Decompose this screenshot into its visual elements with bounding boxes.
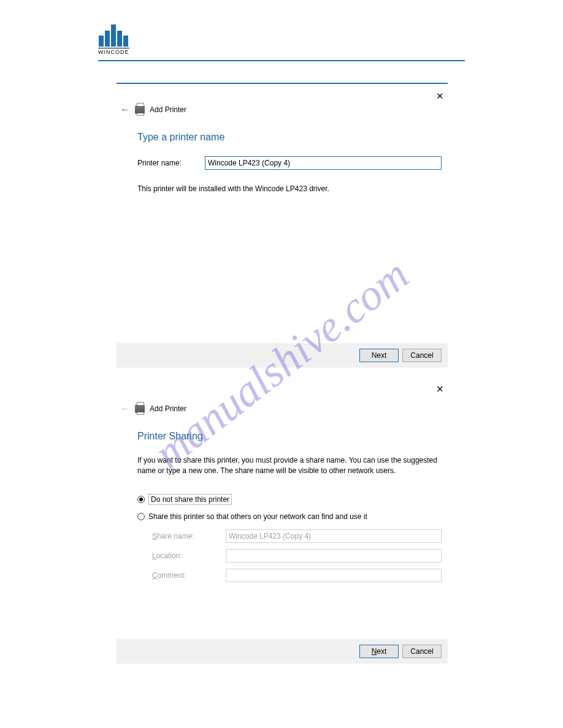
- dialog-content: Printer Sharing If you want to share thi…: [117, 414, 448, 582]
- brand-logo: WINCODE: [98, 25, 129, 55]
- share-name-input: [226, 529, 442, 543]
- comment-label: Comment:: [152, 571, 226, 580]
- sharing-description: If you want to share this printer, you m…: [137, 455, 442, 477]
- printer-name-label: Printer name:: [137, 159, 205, 167]
- dialog-button-bar: Next Cancel: [117, 343, 448, 368]
- location-input: [226, 549, 442, 563]
- section-heading: Type a printer name: [137, 132, 442, 143]
- location-label: Location:: [152, 552, 226, 560]
- header-divider: [98, 60, 465, 61]
- next-button[interactable]: Next: [359, 349, 399, 362]
- brand-name: WINCODE: [98, 48, 129, 55]
- brand-logo-graphic: [98, 25, 129, 47]
- printer-name-input[interactable]: [205, 156, 442, 170]
- dialog-content: Type a printer name Printer name: This p…: [117, 115, 448, 193]
- dialog-title: Add Printer: [150, 105, 186, 114]
- section-heading: Printer Sharing: [137, 431, 442, 442]
- close-icon[interactable]: ✕: [436, 91, 444, 100]
- page-header: WINCODE: [98, 25, 465, 61]
- share-name-label: Share name:: [152, 532, 226, 540]
- dialog-titlebar: ← Add Printer: [117, 102, 448, 115]
- back-arrow-icon[interactable]: ←: [120, 404, 130, 414]
- radio-icon: [137, 513, 145, 520]
- radio-icon: [137, 496, 145, 503]
- dialog-top-rule: [117, 83, 448, 84]
- dialog-title: Add Printer: [150, 404, 186, 413]
- next-button[interactable]: Next: [359, 645, 399, 658]
- dialog-button-bar: Next Cancel: [117, 639, 448, 664]
- printer-icon: [135, 105, 145, 114]
- share-fields-group: Share name: Location: Comment:: [152, 529, 442, 582]
- cancel-button[interactable]: Cancel: [402, 349, 442, 362]
- radio-label: Do not share this printer: [148, 494, 232, 505]
- radio-label: Share this printer so that others on you…: [148, 512, 367, 521]
- radio-share-printer[interactable]: Share this printer so that others on you…: [137, 512, 442, 521]
- add-printer-dialog-sharing: ✕ ← Add Printer Printer Sharing If you w…: [117, 383, 448, 664]
- install-info-text: This printer will be installed with the …: [137, 184, 442, 193]
- comment-input: [226, 569, 442, 582]
- dialog-titlebar: ← Add Printer: [117, 401, 448, 414]
- printer-icon: [135, 404, 145, 413]
- radio-do-not-share[interactable]: Do not share this printer: [137, 494, 442, 505]
- close-icon[interactable]: ✕: [436, 384, 444, 393]
- back-arrow-icon[interactable]: ←: [120, 105, 130, 115]
- add-printer-dialog-name: ✕ ← Add Printer Type a printer name Prin…: [117, 83, 448, 368]
- cancel-button[interactable]: Cancel: [402, 645, 442, 658]
